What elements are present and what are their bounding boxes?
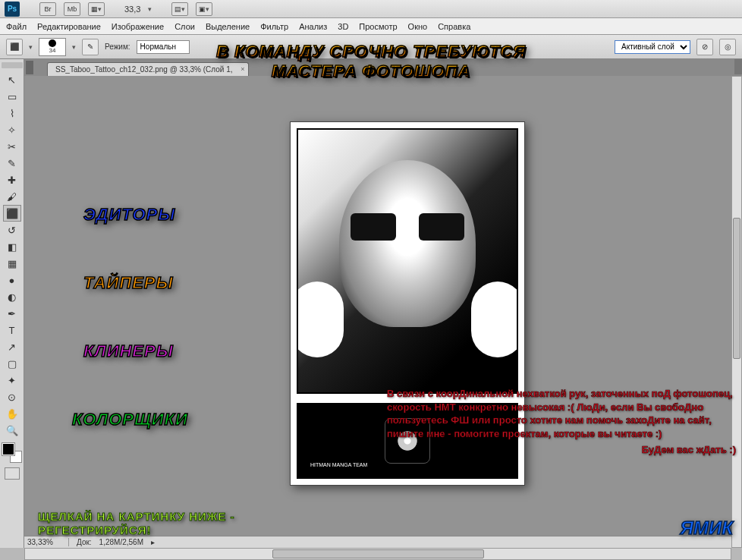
menu-bar: Файл Редактирование Изображение Слои Выд…	[0, 18, 742, 35]
role-colorists: КОЛОРЩИКИ	[72, 410, 188, 429]
history-brush-tool[interactable]: ↺	[3, 222, 21, 238]
bridge-icon[interactable]: Br	[39, 2, 56, 16]
h-scroll-thumb[interactable]	[272, 549, 484, 558]
toolbox: ↖ ▭ ⌇ ✧ ✂ ✎ ✚ 🖌 ⬛ ↺ ◧ ▦ ● ◐ ✒ T ↗ ▢ ✦ ⊙ …	[0, 59, 24, 548]
sunglasses-shape	[351, 213, 464, 244]
wand-tool[interactable]: ✧	[3, 121, 21, 138]
horizontal-scrollbar[interactable]	[24, 548, 731, 560]
menu-file[interactable]: Файл	[6, 22, 27, 31]
status-arrow-icon[interactable]: ▸	[151, 538, 155, 546]
menu-3d[interactable]: 3D	[338, 22, 348, 31]
zoom-tool[interactable]: 🔍	[3, 422, 21, 439]
vertical-scrollbar[interactable]	[731, 76, 742, 548]
status-doc-label: Док:	[77, 538, 92, 546]
heal-tool[interactable]: ✚	[3, 171, 21, 188]
status-bar: 33,33% Док: 1,28M/2,56M ▸	[24, 536, 731, 548]
menu-filter[interactable]: Фильтр	[260, 22, 288, 31]
eraser-tool[interactable]: ◧	[3, 238, 21, 255]
canvas[interactable]: HITMAN MANGA TEAM	[24, 76, 742, 548]
face-shape	[339, 160, 476, 327]
3d-camera-tool[interactable]: ⊙	[3, 389, 21, 405]
document-area: SS_Taboo_Tattoo_ch12_032.png @ 33,3% (Сл…	[24, 59, 742, 548]
crop-tool[interactable]: ✂	[3, 138, 21, 155]
gradient-tool[interactable]: ▦	[3, 255, 21, 272]
author-signature: ЯМИК	[680, 518, 733, 539]
lasso-tool[interactable]: ⌇	[3, 105, 21, 121]
eyedropper-tool[interactable]: ✎	[3, 155, 21, 171]
color-swatches[interactable]	[2, 443, 22, 463]
marquee-tool[interactable]: ▭	[3, 88, 21, 105]
type-tool[interactable]: T	[3, 322, 21, 338]
recruitment-body: В связи с коорДинальной нехваткой рук, з…	[387, 387, 736, 457]
role-cleaners: КЛИНЕРЫ	[83, 341, 174, 361]
workspace: ↖ ▭ ⌇ ✧ ✂ ✎ ✚ 🖌 ⬛ ↺ ◧ ▦ ● ◐ ✒ T ↗ ▢ ✦ ⊙ …	[0, 59, 742, 548]
pillow-left-shape	[297, 282, 344, 357]
shape-tool[interactable]: ▢	[3, 355, 21, 372]
menu-view[interactable]: Просмотр	[359, 22, 397, 31]
quickmask-toggle[interactable]	[5, 467, 20, 480]
cta-text: ЩЕЛКАЙ НА КАРТИНКУ НИЖЕ - РЕГЕСТРИРУЙСЯ!	[38, 510, 235, 537]
pillow-right-shape	[471, 282, 518, 357]
arrange-icon[interactable]: ▤▾	[171, 2, 188, 16]
3d-tool[interactable]: ✦	[3, 372, 21, 389]
menu-select[interactable]: Выделение	[206, 22, 250, 31]
menu-window[interactable]: Окно	[408, 22, 428, 31]
screenmode-icon[interactable]: ▣▾	[196, 2, 212, 16]
blur-tool[interactable]: ●	[3, 272, 21, 288]
brush-tool[interactable]: 🖌	[3, 188, 21, 205]
zoom-dropdown-icon[interactable]: ▾	[148, 5, 152, 13]
stamp-tool[interactable]: ⬛	[3, 205, 21, 222]
manga-panel-top	[297, 128, 518, 394]
fg-color-swatch[interactable]	[2, 443, 14, 455]
manga-credit: HITMAN MANGA TEAM	[307, 461, 370, 468]
dodge-tool[interactable]: ◐	[3, 288, 21, 305]
hand-tool[interactable]: ✋	[3, 405, 21, 422]
view-extras-icon[interactable]: ▦▾	[88, 2, 105, 16]
menu-help[interactable]: Справка	[438, 22, 470, 31]
app-logo-icon: Ps	[5, 2, 20, 17]
minibridge-icon[interactable]: Mb	[64, 2, 80, 16]
pen-tool[interactable]: ✒	[3, 305, 21, 322]
role-editors: ЭДИТОРЫ	[83, 205, 175, 225]
menu-layers[interactable]: Слои	[174, 22, 195, 31]
status-doc-size: 1,28M/2,56M	[99, 538, 143, 546]
title-bar: Ps Br Mb ▦▾ 33,3▾ ▤▾ ▣▾	[0, 0, 742, 18]
menu-analysis[interactable]: Анализ	[299, 22, 327, 31]
path-tool[interactable]: ↗	[3, 338, 21, 355]
v-scroll-thumb[interactable]	[733, 218, 740, 359]
headline-text: В КОМАНДУ СРОЧНО ТРЕБУЮТСЯ МАСТЕРА ФОТОШ…	[0, 42, 742, 82]
menu-edit[interactable]: Редактирование	[37, 22, 101, 31]
status-zoom[interactable]: 33,33%	[27, 538, 69, 546]
menu-image[interactable]: Изображение	[112, 22, 164, 31]
role-typers: ТАЙПЕРЫ	[83, 273, 173, 293]
titlebar-zoom[interactable]: 33,3	[124, 5, 140, 14]
